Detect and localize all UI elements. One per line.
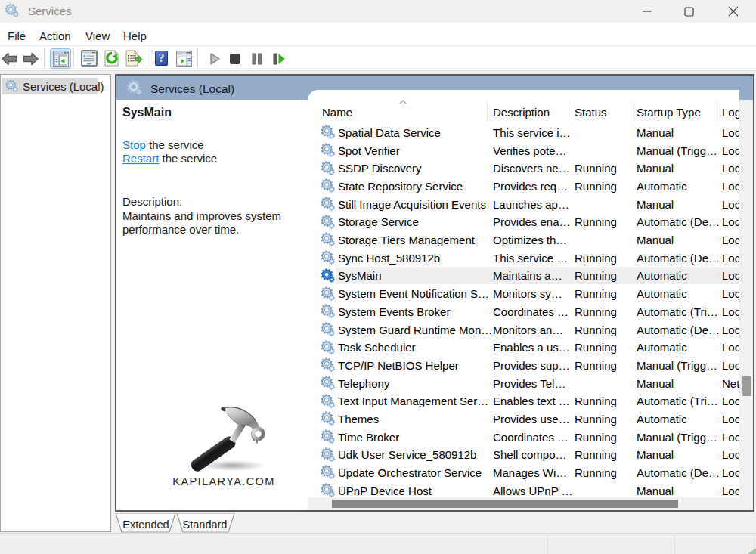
svg-text:?: ? bbox=[159, 51, 165, 64]
